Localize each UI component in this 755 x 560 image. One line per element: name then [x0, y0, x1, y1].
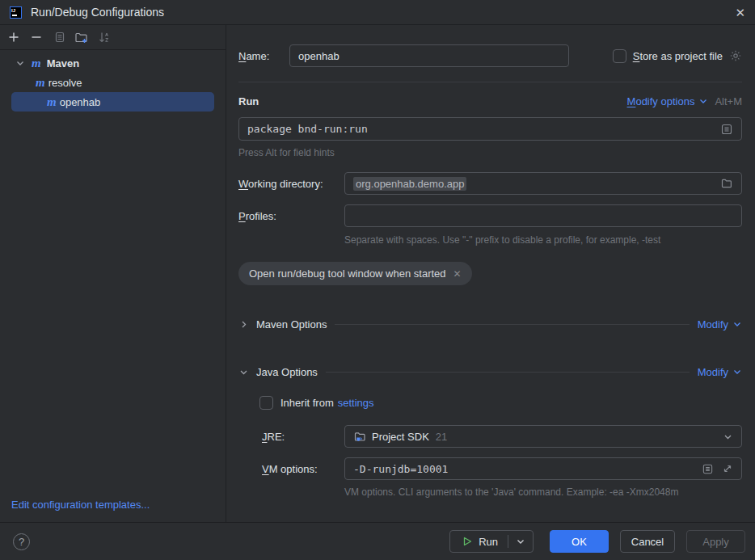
dialog-titlebar: IJ Run/Debug Configurations ✕	[0, 0, 755, 25]
maven-options-title: Maven Options	[256, 318, 327, 331]
add-icon[interactable]	[6, 31, 20, 44]
configurations-tree: m Maven m resolve m openhab	[0, 50, 226, 491]
java-options-modify-link[interactable]: Modify	[698, 366, 742, 378]
run-options-chevron[interactable]	[508, 531, 533, 552]
configuration-form: Name: Store as project file Run Modify o…	[226, 25, 755, 522]
java-options-section[interactable]: Java Options Modify	[238, 364, 742, 380]
run-button[interactable]: Run	[449, 530, 534, 553]
chevron-down-icon	[732, 319, 742, 329]
new-folder-icon[interactable]	[74, 31, 88, 44]
tag-label: Open run/debug tool window when started	[249, 267, 446, 280]
gear-icon[interactable]	[729, 49, 742, 62]
modify-options-link[interactable]: Modify options	[627, 95, 709, 107]
name-input[interactable]	[289, 44, 569, 67]
dialog-footer: ? Run OK Cancel Apply	[0, 522, 755, 560]
copy-icon[interactable]	[52, 31, 65, 44]
jre-value: Project SDK	[372, 431, 429, 443]
working-directory-value: org.openhab.demo.app	[353, 177, 466, 191]
chevron-right-icon	[238, 319, 249, 330]
vm-options-value: -D-runjdb=10001	[353, 463, 448, 475]
macro-list-icon[interactable]	[720, 123, 733, 136]
vm-options-label: VM options:	[262, 463, 344, 475]
vm-options-hint: VM options. CLI arguments to the 'Java' …	[344, 486, 742, 498]
working-directory-input[interactable]: org.openhab.demo.app	[344, 172, 742, 195]
tree-item-label: Maven	[47, 57, 79, 69]
divider	[238, 82, 742, 82]
configurations-sidebar: m Maven m resolve m openhab Edit configu…	[0, 25, 226, 522]
divider	[335, 324, 689, 325]
dialog-title: Run/Debug Configurations	[31, 6, 164, 19]
edit-configuration-templates-link[interactable]: Edit configuration templates...	[0, 491, 226, 522]
modify-options-shortcut: Alt+M	[715, 95, 742, 107]
working-directory-label: Working directory:	[238, 178, 344, 190]
inherit-from-label: Inherit from	[280, 397, 334, 409]
macro-list-icon[interactable]	[702, 463, 714, 475]
play-icon	[462, 536, 473, 547]
sort-alphabetically-icon[interactable]	[97, 31, 111, 44]
close-icon[interactable]: ✕	[735, 6, 745, 19]
folder-icon[interactable]	[720, 177, 733, 190]
maven-options-section[interactable]: Maven Options Modify	[238, 316, 742, 332]
maven-icon: m	[45, 96, 58, 107]
command-hint: Press Alt for field hints	[238, 147, 742, 158]
command-line-input[interactable]: package bnd-run:run	[238, 117, 742, 141]
expand-icon[interactable]	[722, 463, 733, 474]
java-options-title: Java Options	[256, 366, 318, 378]
jre-select[interactable]: Project SDK 21	[344, 425, 742, 448]
tree-item-openhab[interactable]: m openhab	[11, 92, 214, 112]
tree-item-label: resolve	[49, 77, 82, 89]
remove-icon[interactable]	[29, 31, 43, 44]
chevron-down-icon[interactable]	[15, 57, 26, 69]
profiles-input[interactable]	[344, 204, 742, 227]
ok-button[interactable]: OK	[550, 530, 609, 553]
tree-item-resolve[interactable]: m resolve	[0, 73, 226, 92]
run-option-tag[interactable]: Open run/debug tool window when started …	[238, 262, 472, 285]
vm-options-input[interactable]: -D-runjdb=10001	[344, 457, 742, 480]
profiles-hint: Separate with spaces. Use "-" prefix to …	[344, 234, 742, 246]
intellij-logo-icon: IJ	[10, 6, 22, 19]
maven-options-modify-link[interactable]: Modify	[698, 318, 742, 331]
jre-version: 21	[436, 431, 447, 443]
maven-icon: m	[30, 57, 43, 69]
tree-item-label: openhab	[60, 96, 101, 108]
chevron-down-icon	[238, 367, 249, 377]
chevron-down-icon	[698, 96, 708, 106]
command-line-value: package bnd-run:run	[247, 123, 368, 135]
chevron-down-icon	[732, 367, 742, 377]
apply-button: Apply	[686, 530, 745, 553]
sidebar-toolbar	[0, 25, 226, 50]
settings-link[interactable]: settings	[338, 397, 374, 409]
inherit-from-settings-checkbox[interactable]	[259, 396, 273, 410]
chevron-down-icon	[516, 537, 525, 546]
help-icon[interactable]: ?	[13, 533, 30, 550]
run-section-title: Run	[238, 95, 259, 107]
store-as-project-file-label: Store as project file	[633, 50, 723, 62]
profiles-label: Profiles:	[238, 210, 344, 222]
name-label: Name:	[238, 50, 289, 62]
chevron-down-icon	[723, 432, 733, 442]
remove-tag-icon[interactable]: ✕	[453, 268, 462, 280]
divider	[326, 372, 690, 373]
cancel-button[interactable]: Cancel	[620, 530, 675, 553]
maven-icon: m	[34, 77, 47, 88]
store-as-project-file-checkbox[interactable]	[613, 49, 626, 63]
jre-label: JRE:	[262, 431, 344, 443]
sdk-icon	[353, 430, 367, 444]
tree-item-maven[interactable]: m Maven	[0, 53, 226, 73]
